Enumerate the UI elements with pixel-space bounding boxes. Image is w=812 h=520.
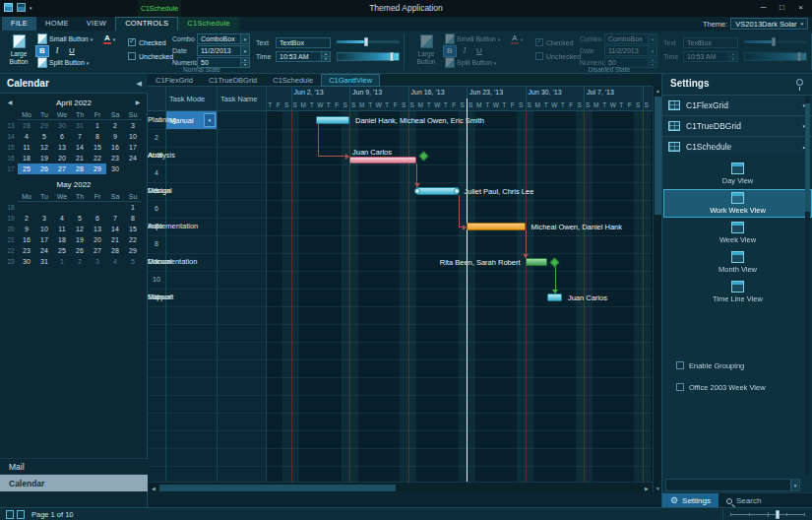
calendar-day[interactable]: 6 bbox=[89, 213, 106, 224]
zoom-thumb[interactable] bbox=[776, 510, 780, 519]
calendar-day[interactable]: 30 bbox=[53, 120, 71, 131]
bottom-tab-search[interactable]: Search bbox=[718, 493, 769, 508]
calendar-day[interactable]: 12 bbox=[71, 224, 89, 234]
combo-select[interactable]: ComboBox▾ bbox=[197, 33, 250, 44]
ribbon-tab-c1schedule[interactable]: C1Schedule bbox=[178, 17, 239, 31]
calendar-day[interactable]: 18 bbox=[18, 153, 35, 163]
layout-view-icon[interactable] bbox=[17, 510, 25, 519]
spin-down-icon[interactable]: ▾ bbox=[322, 57, 330, 61]
calendar-day[interactable]: 28 bbox=[18, 120, 35, 131]
contextual-tab-group-label[interactable]: C1Schedule bbox=[138, 0, 181, 17]
calendar-day[interactable]: 22 bbox=[89, 153, 106, 163]
gantt-bar-daniel-hank-micheal-owen-eric-smith[interactable] bbox=[316, 116, 349, 124]
calendar-day[interactable]: 30 bbox=[18, 256, 35, 267]
calendar-day[interactable]: 21 bbox=[106, 234, 124, 245]
gantt-bar-juan-carlos[interactable] bbox=[547, 293, 562, 301]
prev-month-icon[interactable]: ◀ bbox=[5, 97, 15, 109]
calendar-day[interactable]: 13 bbox=[53, 142, 71, 153]
calendar-day[interactable]: 1 bbox=[89, 120, 106, 131]
scrollbar-thumb[interactable] bbox=[655, 97, 661, 215]
large-button[interactable]: Large Button bbox=[411, 32, 441, 69]
unchecked-checkbox[interactable]: Unchecked bbox=[535, 51, 581, 61]
calendar-day[interactable]: 8 bbox=[89, 131, 106, 142]
calendar-day[interactable]: 16 bbox=[18, 234, 35, 245]
calendar-day[interactable]: 28 bbox=[106, 245, 124, 256]
time-picker[interactable]: 10:53 AM▴▾ bbox=[276, 51, 331, 62]
text-input[interactable]: TextBox bbox=[683, 37, 738, 48]
calendar-day[interactable]: 5 bbox=[124, 256, 142, 267]
chevron-down-icon[interactable]: ▾ bbox=[648, 46, 656, 55]
calendar-day[interactable]: 26 bbox=[35, 163, 53, 174]
calendar-day[interactable]: 20 bbox=[89, 234, 106, 245]
spin-down-icon[interactable]: ▾ bbox=[729, 57, 737, 61]
calendar-day[interactable]: 1 bbox=[53, 256, 71, 267]
task-name-cell[interactable]: Implementation bbox=[148, 218, 198, 235]
calendar-day[interactable]: 2 bbox=[106, 120, 124, 131]
calendar-day[interactable]: 4 bbox=[106, 256, 124, 267]
calendar-day[interactable]: 23 bbox=[18, 245, 35, 256]
calendar-day[interactable]: 17 bbox=[35, 234, 53, 245]
scrollbar-thumb[interactable] bbox=[805, 103, 810, 212]
task-name-cell[interactable]: Analysis bbox=[148, 147, 175, 164]
scroll-left-icon[interactable]: ◀ bbox=[150, 486, 157, 491]
slider-thumb[interactable] bbox=[364, 37, 368, 46]
font-color-button[interactable]: A▾ bbox=[101, 33, 120, 44]
view-item-work-week-view[interactable]: Work Week View bbox=[663, 189, 812, 218]
calendar-day[interactable]: 16 bbox=[106, 142, 124, 153]
chevron-down-icon[interactable]: ▾ bbox=[240, 34, 249, 43]
calendar-day[interactable]: 6 bbox=[53, 131, 71, 142]
maximize-button[interactable]: □ bbox=[773, 0, 791, 17]
calendar-day[interactable]: 11 bbox=[53, 224, 71, 234]
accordion-section-c1schedule[interactable]: C1Schedule▴ bbox=[662, 136, 812, 156]
gradient-trackbar[interactable] bbox=[337, 52, 400, 61]
checked-checkbox[interactable]: ✓Checked bbox=[535, 37, 574, 47]
calendar-day[interactable]: 27 bbox=[53, 163, 71, 174]
gantt-bar-juliet-paul-chris-lee[interactable] bbox=[416, 187, 459, 195]
unchecked-checkbox[interactable]: Unchecked bbox=[128, 51, 173, 61]
view-item-day-view[interactable]: Day View bbox=[663, 160, 812, 188]
calendar-day[interactable]: 4 bbox=[53, 213, 71, 224]
text-input[interactable]: TextBox bbox=[276, 37, 331, 48]
checked-checkbox[interactable]: ✓Checked bbox=[128, 37, 166, 47]
calendar-day[interactable]: 3 bbox=[89, 256, 106, 267]
calendar-day[interactable]: 29 bbox=[35, 120, 53, 131]
pin-icon[interactable] bbox=[796, 79, 803, 86]
calendar-day[interactable]: 5 bbox=[35, 131, 53, 142]
settings-footer-dropdown[interactable]: ▾ bbox=[665, 479, 800, 491]
bold-button[interactable]: B bbox=[443, 45, 457, 57]
option-office-2003-week-view[interactable]: Office 2003 Week View bbox=[676, 381, 766, 393]
calendar-day[interactable]: 22 bbox=[124, 234, 142, 245]
calendar-day[interactable]: 11 bbox=[18, 142, 35, 153]
time-picker[interactable]: 10:53 AM▴▾ bbox=[683, 51, 738, 62]
zoom-slider[interactable] bbox=[730, 508, 805, 520]
calendar-day[interactable]: 26 bbox=[71, 245, 89, 256]
calendar-day[interactable]: 24 bbox=[35, 245, 53, 256]
document-tab-c1truedbgrid[interactable]: C1TrueDBGrid bbox=[201, 74, 265, 87]
calendar-day[interactable]: 25 bbox=[18, 163, 35, 174]
view-item-month-view[interactable]: Month View bbox=[663, 248, 812, 277]
task-name-cell[interactable]: Support bbox=[148, 289, 173, 306]
calendar-day[interactable]: 15 bbox=[124, 224, 142, 234]
next-month-icon[interactable]: ▶ bbox=[133, 97, 143, 109]
calendar-day[interactable]: 8 bbox=[124, 213, 142, 224]
task-name-cell[interactable]: Documentation bbox=[148, 253, 197, 271]
calendar-day[interactable]: 2 bbox=[18, 213, 35, 224]
slider[interactable] bbox=[744, 37, 807, 46]
task-name-cell[interactable]: Design bbox=[148, 182, 170, 200]
calendar-day[interactable]: 10 bbox=[124, 131, 142, 142]
task-name-cell[interactable]: Planning bbox=[148, 111, 176, 129]
calendar-day[interactable]: 19 bbox=[35, 153, 53, 163]
ribbon-tab-file[interactable]: FILE bbox=[2, 17, 36, 31]
calendar-day[interactable]: 3 bbox=[124, 120, 142, 131]
calendar-day[interactable]: 10 bbox=[35, 224, 53, 234]
calendar-day[interactable]: 17 bbox=[124, 142, 142, 153]
document-tab-c1schedule[interactable]: C1Schedule bbox=[265, 74, 321, 87]
calendar-day[interactable]: 15 bbox=[89, 142, 106, 153]
accordion-section-c1flexgrid[interactable]: C1FlexGrid▾ bbox=[662, 95, 812, 114]
calendar-day[interactable]: 7 bbox=[71, 131, 89, 142]
calendar-day[interactable]: 25 bbox=[53, 245, 71, 256]
italic-button[interactable]: I bbox=[50, 45, 64, 57]
gantt-bar-juan-carlos[interactable] bbox=[349, 157, 416, 163]
calendar-day[interactable]: 1 bbox=[124, 202, 142, 213]
scroll-right-icon[interactable]: ▶ bbox=[643, 486, 651, 491]
